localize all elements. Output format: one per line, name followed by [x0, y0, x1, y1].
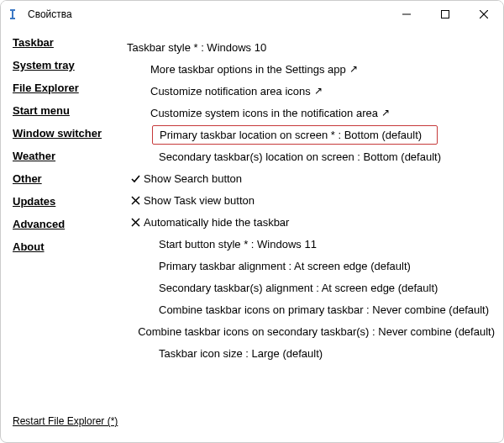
external-link-icon: ↗ — [314, 85, 323, 97]
check-icon — [127, 174, 144, 183]
svg-rect-2 — [10, 18, 15, 19]
titlebar: Свойства — [1, 1, 503, 28]
setting-label: Customize notification area icons — [150, 85, 311, 98]
setting-label: Taskbar icon size : Large (default) — [159, 347, 323, 360]
setting-taskbar-style[interactable]: Taskbar style * : Windows 10 — [127, 36, 495, 58]
sidebar-item-updates[interactable]: Updates — [13, 195, 120, 208]
setting-primary-alignment[interactable]: Primary taskbar alignment : At screen ed… — [127, 255, 495, 277]
sidebar-item-weather[interactable]: Weather — [13, 150, 120, 162]
setting-label: Combine taskbar icons on primary taskbar… — [159, 303, 489, 316]
svg-rect-4 — [442, 11, 449, 18]
setting-label: Secondary taskbar(s) alignment : At scre… — [159, 282, 438, 294]
setting-label: More taskbar options in the Settings app — [150, 63, 346, 76]
setting-customize-notif-icons-link[interactable]: Customize notification area icons ↗ — [127, 80, 495, 102]
setting-secondary-location[interactable]: Secondary taskbar(s) location on screen … — [127, 145, 495, 167]
setting-secondary-alignment[interactable]: Secondary taskbar(s) alignment : At scre… — [127, 277, 495, 298]
setting-primary-location[interactable]: Primary taskbar location on screen * : B… — [127, 124, 495, 145]
setting-label: Customize system icons in the notificati… — [150, 107, 378, 119]
setting-show-search[interactable]: Show Search button — [127, 167, 495, 189]
sidebar: Taskbar System tray File Explorer Start … — [1, 31, 127, 442]
external-link-icon: ↗ — [349, 63, 358, 75]
cross-icon — [127, 218, 144, 227]
setting-start-button-style[interactable]: Start button style * : Windows 11 — [127, 233, 495, 255]
setting-auto-hide[interactable]: Automatically hide the taskbar — [127, 211, 495, 233]
setting-label: Secondary taskbar(s) location on screen … — [159, 150, 441, 163]
setting-label: Show Search button — [144, 172, 242, 185]
sidebar-item-window-switcher[interactable]: Window switcher — [13, 127, 120, 140]
setting-label: Start button style * : Windows 11 — [159, 238, 317, 251]
sidebar-item-file-explorer[interactable]: File Explorer — [13, 82, 120, 94]
settings-panel: Taskbar style * : Windows 10 More taskba… — [127, 31, 503, 442]
setting-label: Primary taskbar location on screen * : B… — [160, 129, 422, 141]
setting-label: Taskbar style * : Windows 10 — [127, 41, 266, 54]
setting-show-taskview[interactable]: Show Task view button — [127, 189, 495, 211]
svg-rect-1 — [10, 9, 15, 11]
sidebar-item-start-menu[interactable]: Start menu — [13, 104, 120, 117]
setting-label: Primary taskbar alignment : At screen ed… — [159, 260, 411, 272]
sidebar-item-taskbar[interactable]: Taskbar — [13, 36, 120, 49]
sidebar-item-about[interactable]: About — [13, 240, 120, 253]
setting-icon-size[interactable]: Taskbar icon size : Large (default) — [127, 342, 495, 364]
setting-label: Combine taskbar icons on secondary taskb… — [138, 325, 495, 338]
app-icon — [8, 8, 21, 21]
close-button[interactable] — [465, 1, 503, 28]
setting-customize-sys-icons-link[interactable]: Customize system icons in the notificati… — [127, 102, 495, 124]
setting-label: Automatically hide the taskbar — [144, 216, 289, 229]
sidebar-item-advanced[interactable]: Advanced — [13, 218, 120, 230]
maximize-button[interactable] — [426, 1, 465, 28]
setting-more-options-link[interactable]: More taskbar options in the Settings app… — [127, 58, 495, 80]
content-area: Taskbar System tray File Explorer Start … — [1, 28, 503, 442]
sidebar-item-other[interactable]: Other — [13, 172, 120, 185]
restart-explorer-link[interactable]: Restart File Explorer (*) — [13, 415, 120, 427]
setting-label: Show Task view button — [144, 194, 255, 207]
setting-combine-secondary[interactable]: Combine taskbar icons on secondary taskb… — [127, 320, 495, 342]
external-link-icon: ↗ — [381, 107, 390, 119]
window-title: Свойства — [28, 8, 72, 20]
minimize-button[interactable] — [387, 1, 426, 28]
highlighted-setting: Primary taskbar location on screen * : B… — [152, 125, 438, 145]
cross-icon — [127, 196, 144, 205]
sidebar-item-system-tray[interactable]: System tray — [13, 59, 120, 71]
setting-combine-primary[interactable]: Combine taskbar icons on primary taskbar… — [127, 298, 495, 320]
